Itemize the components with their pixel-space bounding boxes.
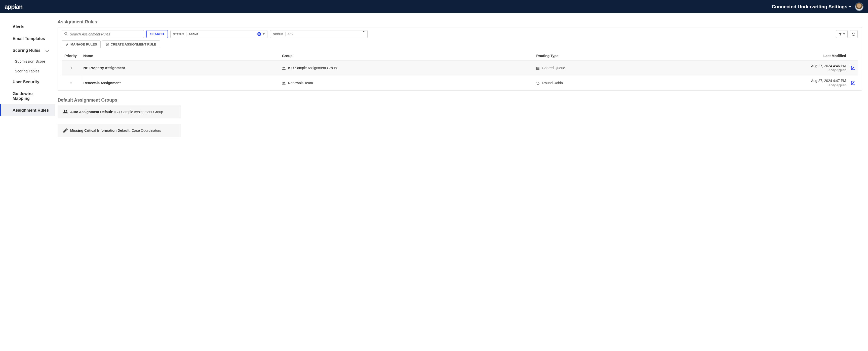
edit-row-button[interactable]	[849, 75, 858, 90]
missing-default-value: Case Coordinators	[132, 128, 161, 132]
chevron-down-icon	[849, 6, 851, 7]
cell-group: ISU Sample Assignment Group	[280, 61, 534, 75]
users-icon	[282, 82, 285, 85]
avatar[interactable]	[855, 2, 864, 11]
sidebar-item-alerts[interactable]: Alerts	[0, 21, 55, 33]
pen-square-icon	[63, 128, 68, 132]
col-priority[interactable]: Priority	[62, 51, 81, 61]
auto-assignment-default-card: Auto Assignment Default: ISU Sample Assi…	[58, 105, 181, 119]
button-label: CREATE ASSIGNMENT RULE	[111, 42, 156, 46]
edit-icon	[851, 81, 855, 85]
search-input[interactable]	[62, 30, 144, 38]
sidebar-item-label: Alerts	[12, 24, 24, 29]
cell-priority: 1	[62, 61, 81, 75]
list-icon	[536, 67, 540, 70]
svg-line-1	[67, 34, 68, 35]
cell-priority: 2	[62, 75, 81, 90]
svg-point-3	[283, 67, 284, 68]
search-button[interactable]: SEARCH	[147, 30, 168, 38]
cell-name: NB Property Assignment	[81, 61, 280, 75]
plus-circle-icon	[106, 43, 109, 46]
cell-modified: Aug 27, 2024 4:46 PM Andy Appian	[678, 61, 849, 75]
chevron-down-icon	[363, 31, 365, 36]
manage-rules-button[interactable]: MANAGE RULES	[62, 40, 101, 48]
site-title-label: Connected Underwriting Settings	[772, 4, 847, 9]
refresh-icon	[852, 32, 856, 36]
col-routing[interactable]: Routing Type	[534, 51, 678, 61]
svg-point-0	[65, 32, 67, 35]
col-modified[interactable]: Last Modified	[678, 51, 849, 61]
search-icon	[64, 32, 68, 35]
refresh-button[interactable]	[849, 30, 858, 38]
sidebar-item-label: Scoring Rules	[12, 48, 40, 53]
sidebar-subitem-scoring-tables[interactable]: Scoring Tables	[0, 66, 55, 76]
status-filter-value: Active	[188, 32, 198, 36]
sidebar-item-assignment-rules[interactable]: Assignment Rules	[0, 104, 55, 116]
users-icon	[282, 67, 285, 70]
sidebar-item-label: Guidewire Mapping	[12, 91, 50, 101]
svg-point-16	[66, 110, 67, 111]
sidebar-item-scoring-rules[interactable]: Scoring Rules	[0, 44, 55, 56]
filter-icon	[839, 32, 842, 36]
cell-group: Renewals Team	[280, 75, 534, 90]
svg-point-13	[284, 82, 285, 83]
cell-routing: Round Robin	[534, 75, 678, 90]
chevron-down-icon	[45, 49, 49, 52]
users-icon	[63, 110, 68, 114]
svg-point-9	[536, 68, 537, 69]
button-label: MANAGE RULES	[70, 42, 97, 46]
create-rule-button[interactable]: CREATE ASSIGNMENT RULE	[102, 40, 160, 48]
cell-modified: Aug 27, 2024 4:47 PM Andy Appian	[678, 75, 849, 90]
edit-row-button[interactable]	[849, 61, 858, 75]
sidebar-item-user-security[interactable]: User Security	[0, 76, 55, 88]
sidebar-item-label: Email Templates	[12, 36, 45, 41]
logo[interactable]: appian	[4, 3, 22, 10]
auto-default-value: ISU Sample Assignment Group	[114, 110, 163, 114]
sidebar-item-guidewire-mapping[interactable]: Guidewire Mapping	[0, 88, 55, 104]
sidebar-item-email-templates[interactable]: Email Templates	[0, 33, 55, 44]
status-filter-label: STATUS	[173, 33, 184, 36]
cell-name: Renewals Assignment	[81, 75, 280, 90]
status-filter[interactable]: STATUS Active ✕	[170, 30, 268, 38]
rules-table: Priority Name Group Routing Type Last Mo…	[62, 51, 858, 90]
svg-point-15	[64, 110, 65, 111]
group-filter-label: GROUP	[273, 33, 283, 36]
site-title-dropdown[interactable]: Connected Underwriting Settings	[772, 4, 851, 9]
svg-point-8	[536, 67, 537, 67]
group-filter[interactable]: GROUP Any	[270, 30, 368, 38]
svg-point-12	[283, 82, 284, 83]
defaults-title: Default Assignment Groups	[58, 98, 862, 103]
page-title: Assignment Rules	[58, 19, 862, 25]
col-name[interactable]: Name	[81, 51, 280, 61]
topbar: appian Connected Underwriting Settings	[0, 0, 868, 13]
sidebar-item-label: Assignment Rules	[12, 108, 49, 113]
svg-point-4	[284, 67, 285, 68]
rotate-icon	[536, 82, 540, 85]
clear-status-icon[interactable]: ✕	[257, 32, 261, 36]
missing-info-default-card: Missing Critical Information Default: Ca…	[58, 124, 181, 137]
sidebar-subitem-submission-score[interactable]: Submission Score	[0, 56, 55, 66]
filter-button[interactable]	[836, 30, 848, 38]
table-row[interactable]: 1 NB Property Assignment ISU Sample Assi…	[62, 61, 858, 75]
rules-card: SEARCH STATUS Active ✕ GROUP Any	[58, 27, 862, 91]
auto-default-label: Auto Assignment Default:	[70, 110, 113, 114]
chevron-down-icon	[263, 33, 265, 35]
missing-default-label: Missing Critical Information Default:	[70, 128, 131, 132]
sidebar-item-label: User Security	[12, 79, 39, 84]
group-filter-placeholder: Any	[287, 32, 293, 36]
sidebar: Alerts Email Templates Scoring Rules Sub…	[0, 13, 55, 149]
cell-routing: Shared Queue	[534, 61, 678, 75]
chevron-down-icon	[843, 33, 845, 35]
table-row[interactable]: 2 Renewals Assignment Renewals Team Roun…	[62, 75, 858, 90]
col-group[interactable]: Group	[280, 51, 534, 61]
main-content: Assignment Rules SEARCH STATUS Active ✕	[55, 13, 868, 149]
svg-point-10	[536, 69, 537, 70]
edit-icon	[66, 43, 69, 46]
edit-icon	[851, 66, 855, 70]
